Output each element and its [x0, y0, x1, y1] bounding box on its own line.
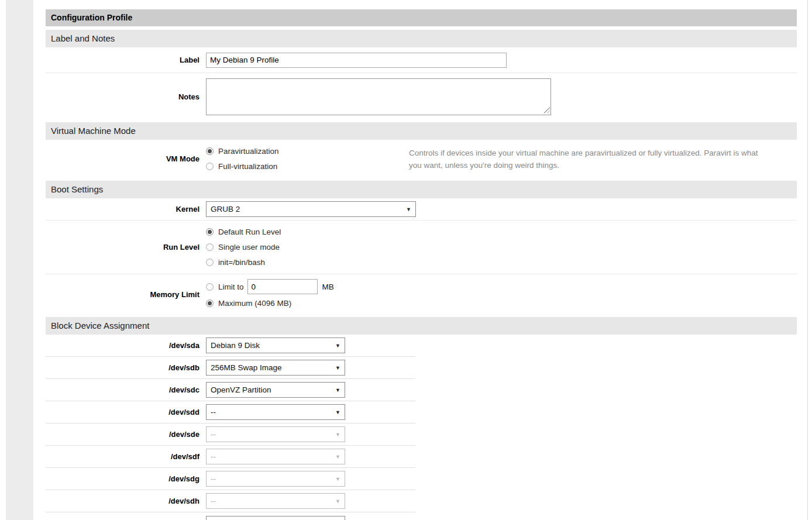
radio-option-label[interactable]: Default Run Level: [218, 228, 281, 236]
device-select-value: --: [211, 452, 332, 461]
device-select-sdc[interactable]: OpenVZ Partition ▼: [206, 382, 345, 398]
device-row-sdb: /dev/sdb 256MB Swap Image ▼: [46, 357, 415, 379]
vm-mode-help-text: Controls if devices inside your virtual …: [409, 147, 797, 171]
notes-textarea-wrap: [206, 78, 551, 115]
device-select-value: --: [211, 497, 332, 505]
device-row-sda: /dev/sda Debian 9 Disk ▼: [46, 335, 415, 357]
vm-mode-row: VM Mode Paravirtualization Full-virtuali…: [46, 140, 797, 178]
device-row-sdf: /dev/sdf -- ▼: [46, 446, 415, 468]
device-row-sdg: /dev/sdg -- ▼: [46, 468, 415, 490]
radio-option-label[interactable]: Full-virtualization: [218, 162, 277, 171]
left-gutter: [6, 0, 33, 520]
memory-limit-radio-group: Limit to MB Maximum (4096 MB): [206, 278, 334, 311]
run-level-option-single-user[interactable]: Single user mode: [206, 240, 281, 255]
device-select-sdd[interactable]: -- ▼: [206, 404, 345, 420]
device-select-value: Debian 9 Disk: [211, 341, 332, 350]
radio-checked-icon[interactable]: [206, 299, 214, 307]
radio-option-label[interactable]: init=/bin/bash: [218, 258, 265, 267]
radio-option-label[interactable]: Limit to: [218, 283, 244, 291]
device-label: /dev/sda: [46, 341, 206, 350]
device-row-sdd: /dev/sdd -- ▼: [46, 401, 415, 423]
device-label: /dev/sdc: [46, 385, 206, 394]
device-select-sde: -- ▼: [206, 426, 345, 442]
chevron-down-icon: ▼: [335, 387, 340, 393]
chevron-down-icon: ▼: [335, 365, 340, 371]
run-level-option-default[interactable]: Default Run Level: [206, 225, 281, 240]
device-label: /dev/sdd: [46, 408, 206, 416]
block-device-table: /dev/sda Debian 9 Disk ▼ /dev/sdb 256MB …: [46, 335, 415, 520]
vm-mode-option-full-virtualization[interactable]: Full-virtualization: [206, 159, 409, 174]
device-label: /dev/sde: [46, 430, 206, 439]
vm-mode-option-paravirtualization[interactable]: Paravirtualization: [206, 144, 409, 159]
chevron-down-icon: ▼: [335, 498, 340, 504]
section-heading-label-and-notes: Label and Notes: [46, 30, 797, 47]
section-heading-block-devices: Block Device Assignment: [46, 317, 797, 335]
radio-unchecked-icon[interactable]: [206, 259, 214, 266]
section-heading-vm-mode: Virtual Machine Mode: [46, 122, 797, 140]
initrd-row: initrd -- No initrd -- ▼: [46, 512, 415, 520]
vm-mode-radio-group: Paravirtualization Full-virtualization: [206, 144, 409, 174]
notes-field-label: Notes: [46, 92, 206, 101]
run-level-label: Run Level: [46, 243, 206, 252]
radio-unchecked-icon[interactable]: [206, 243, 214, 251]
kernel-row: Kernel GRUB 2 ▼: [46, 198, 797, 221]
device-row-sdh: /dev/sdh -- ▼: [46, 490, 415, 512]
device-select-value: --: [211, 408, 332, 416]
device-label: /dev/sdh: [46, 497, 206, 505]
device-select-sdg: -- ▼: [206, 471, 345, 487]
memory-limit-row: Memory Limit Limit to MB Maximum (4096 M…: [46, 274, 797, 314]
radio-checked-icon[interactable]: [206, 228, 214, 236]
chevron-down-icon: ▼: [335, 476, 340, 482]
device-label: /dev/sdf: [46, 452, 206, 461]
memory-limit-label: Memory Limit: [46, 290, 206, 299]
memory-limit-option-limit-to[interactable]: Limit to MB: [206, 278, 334, 295]
device-row-sde: /dev/sde -- ▼: [46, 423, 415, 446]
radio-option-label[interactable]: Single user mode: [218, 243, 280, 252]
run-level-row: Run Level Default Run Level Single user …: [46, 221, 797, 274]
memory-limit-unit: MB: [322, 283, 334, 291]
device-select-sdh: -- ▼: [206, 493, 345, 509]
device-select-value: --: [211, 430, 332, 439]
chevron-down-icon: ▼: [406, 206, 411, 212]
label-input[interactable]: [206, 53, 507, 68]
chevron-down-icon: ▼: [335, 343, 340, 349]
device-label: /dev/sdb: [46, 363, 206, 372]
run-level-radio-group: Default Run Level Single user mode init=…: [206, 225, 281, 270]
radio-unchecked-icon[interactable]: [206, 283, 214, 291]
label-row: Label: [46, 47, 797, 73]
device-select-sdb[interactable]: 256MB Swap Image ▼: [206, 360, 345, 376]
memory-limit-option-maximum[interactable]: Maximum (4096 MB): [206, 295, 334, 311]
notes-row: Notes: [46, 73, 797, 120]
device-select-sdf: -- ▼: [206, 449, 345, 464]
device-label: /dev/sdg: [46, 474, 206, 483]
page-right-border: [807, 0, 808, 520]
page-title: Configuration Profile: [46, 9, 797, 26]
vm-mode-label: VM Mode: [46, 154, 206, 163]
memory-limit-input[interactable]: [247, 279, 318, 294]
radio-checked-icon[interactable]: [206, 147, 214, 155]
device-row-sdc: /dev/sdc OpenVZ Partition ▼: [46, 379, 415, 401]
section-heading-boot-settings: Boot Settings: [46, 181, 797, 198]
configuration-profile-panel: Configuration Profile Label and Notes La…: [46, 9, 797, 520]
kernel-select[interactable]: GRUB 2 ▼: [206, 201, 416, 217]
radio-option-label[interactable]: Maximum (4096 MB): [218, 299, 291, 308]
initrd-select[interactable]: -- No initrd -- ▼: [206, 516, 345, 520]
chevron-down-icon: ▼: [335, 454, 340, 460]
radio-unchecked-icon[interactable]: [206, 163, 214, 170]
chevron-down-icon: ▼: [335, 409, 340, 415]
device-select-value: OpenVZ Partition: [211, 385, 332, 394]
device-select-value: --: [211, 474, 332, 483]
label-field-label: Label: [46, 56, 206, 64]
chevron-down-icon: ▼: [335, 432, 340, 438]
run-level-option-init-bin-bash[interactable]: init=/bin/bash: [206, 255, 281, 270]
kernel-select-value: GRUB 2: [211, 205, 402, 213]
device-select-value: 256MB Swap Image: [211, 363, 332, 372]
radio-option-label[interactable]: Paravirtualization: [218, 147, 279, 156]
kernel-label: Kernel: [46, 205, 206, 213]
device-select-sda[interactable]: Debian 9 Disk ▼: [206, 338, 345, 353]
help-line: Controls if devices inside your virtual …: [409, 149, 701, 157]
notes-textarea[interactable]: [206, 78, 551, 115]
